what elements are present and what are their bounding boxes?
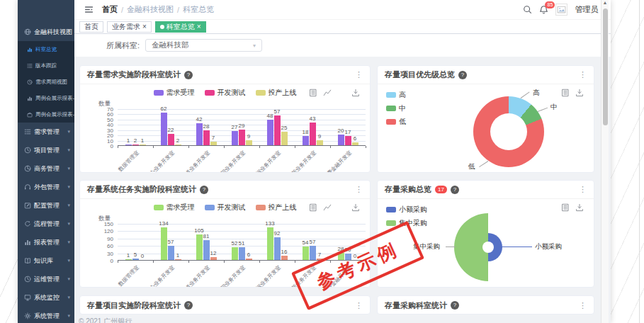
help-icon[interactable]: ? xyxy=(184,71,193,79)
bar[interactable] xyxy=(203,130,210,145)
bar[interactable] xyxy=(267,120,273,145)
bar[interactable] xyxy=(303,246,309,260)
help-icon[interactable]: ? xyxy=(200,186,208,194)
user-menu[interactable]: 管理员 xyxy=(575,4,598,15)
help-icon[interactable]: ? xyxy=(451,301,459,310)
sidebar-item-0[interactable]: 需求管理▾ xyxy=(18,123,74,141)
bell-icon[interactable]: 85 xyxy=(539,5,548,14)
bar[interactable] xyxy=(203,240,210,260)
help-icon[interactable]: ? xyxy=(451,186,459,194)
more-icon[interactable]: ⋮ xyxy=(579,301,587,310)
bar[interactable] xyxy=(274,115,281,145)
data-view-icon[interactable] xyxy=(561,203,570,212)
bar[interactable] xyxy=(338,135,344,145)
sidebar-item-4[interactable]: 配置管理▾ xyxy=(18,196,74,215)
bar-chart-icon[interactable] xyxy=(337,203,346,212)
download-icon[interactable] xyxy=(575,89,584,97)
more-icon[interactable]: ⋮ xyxy=(579,185,587,194)
sidebar-subitem-2[interactable]: 需求周期视图 xyxy=(18,74,74,90)
breadcrumb-section[interactable]: 金融科技视图 xyxy=(127,4,174,15)
help-icon[interactable]: ? xyxy=(184,301,193,310)
close-icon[interactable]: × xyxy=(142,23,147,30)
sidebar-item-6[interactable]: 报表管理▾ xyxy=(18,233,74,251)
download-icon[interactable] xyxy=(575,203,584,212)
sidebar-subitem-1[interactable]: 版本跟踪 xyxy=(18,57,74,74)
bar[interactable] xyxy=(210,257,217,260)
legend-item[interactable]: 中 xyxy=(386,103,406,113)
bar[interactable] xyxy=(267,227,273,260)
bar[interactable] xyxy=(132,259,139,260)
bar[interactable] xyxy=(310,123,316,145)
legend-item[interactable]: 开发测试 xyxy=(205,203,246,212)
data-view-icon[interactable] xyxy=(561,89,570,97)
download-icon[interactable] xyxy=(351,203,360,212)
legend-item[interactable]: 小额采购 xyxy=(386,205,427,215)
bar[interactable] xyxy=(281,256,288,260)
more-icon[interactable]: ⋮ xyxy=(355,301,363,310)
scroll-up-icon[interactable]: ▲ xyxy=(601,0,609,5)
sidebar-item-8[interactable]: 运维管理▾ xyxy=(18,270,74,288)
bar[interactable] xyxy=(317,140,323,145)
tab-home[interactable]: 首页 xyxy=(79,21,103,33)
bar[interactable] xyxy=(125,259,132,260)
bar[interactable] xyxy=(196,123,203,145)
bar[interactable] xyxy=(352,142,358,145)
search-icon[interactable] xyxy=(523,5,532,14)
avatar[interactable] xyxy=(555,4,567,16)
sidebar-subitem-0[interactable]: 科室总览 xyxy=(18,41,74,57)
sidebar-item-9[interactable]: 系统监控▾ xyxy=(18,288,74,307)
sidebar-item-root[interactable]: 金融科技视图▴ xyxy=(18,23,74,41)
legend-item[interactable]: 需求受理 xyxy=(154,203,195,212)
sidebar-subitem-3[interactable]: 周例会展示报表-项目 xyxy=(18,90,74,106)
bar[interactable] xyxy=(239,247,245,260)
close-icon[interactable]: × xyxy=(197,23,201,30)
bar[interactable] xyxy=(140,144,146,145)
bar[interactable] xyxy=(281,132,288,145)
sidebar-item-5[interactable]: 流程管理▾ xyxy=(18,215,74,233)
sidebar-item-10[interactable]: 系统管理▾ xyxy=(18,307,74,323)
more-icon[interactable]: ⋮ xyxy=(579,70,587,79)
legend-item[interactable]: 高 xyxy=(386,90,406,100)
bar[interactable] xyxy=(161,227,167,260)
bar[interactable] xyxy=(345,136,351,145)
legend-item[interactable]: 需求受理 xyxy=(154,88,195,98)
scrollbar[interactable]: ▲ xyxy=(601,0,609,323)
legend-item[interactable]: 低 xyxy=(386,117,406,127)
bar-chart-icon[interactable] xyxy=(337,89,346,97)
sidebar-item-7[interactable]: 知识库▾ xyxy=(18,251,74,270)
help-icon[interactable]: ? xyxy=(458,71,467,79)
hamburger-icon[interactable] xyxy=(84,5,94,14)
bar[interactable] xyxy=(303,136,309,145)
bar[interactable] xyxy=(161,113,167,145)
bar[interactable] xyxy=(132,144,139,145)
bar[interactable] xyxy=(274,237,281,260)
bar[interactable] xyxy=(175,144,181,145)
line-chart-icon[interactable] xyxy=(323,89,332,97)
line-chart-icon[interactable] xyxy=(323,203,332,212)
bar[interactable] xyxy=(239,130,245,145)
sidebar-item-3[interactable]: 外包管理▾ xyxy=(18,178,74,196)
department-select[interactable]: 金融科技部 ▾ xyxy=(145,39,262,52)
legend-item[interactable]: 投产上线 xyxy=(256,203,297,212)
more-icon[interactable]: ⋮ xyxy=(355,70,363,79)
breadcrumb-home[interactable]: 首页 xyxy=(102,4,118,15)
bar[interactable] xyxy=(175,259,181,260)
more-icon[interactable]: ⋮ xyxy=(355,185,363,194)
bar[interactable] xyxy=(196,234,203,260)
data-view-icon[interactable] xyxy=(309,203,317,212)
tab-department-overview[interactable]: 科室总览 × xyxy=(155,21,206,33)
bar[interactable] xyxy=(310,246,316,260)
tab-business-demand[interactable]: 业务需求 × xyxy=(107,21,152,33)
legend-item[interactable]: 开发测试 xyxy=(205,88,246,98)
bar[interactable] xyxy=(246,140,252,145)
scrollbar-thumb[interactable] xyxy=(603,8,608,125)
bar[interactable] xyxy=(232,131,238,145)
download-icon[interactable] xyxy=(351,89,360,97)
bar[interactable] xyxy=(125,144,132,145)
bar[interactable] xyxy=(168,134,174,145)
sidebar-subitem-4[interactable]: 周例会展示报表-采购 xyxy=(18,106,74,123)
bar[interactable] xyxy=(168,246,174,260)
data-view-icon[interactable] xyxy=(309,89,317,97)
bar[interactable] xyxy=(210,142,217,145)
bar[interactable] xyxy=(246,259,252,260)
